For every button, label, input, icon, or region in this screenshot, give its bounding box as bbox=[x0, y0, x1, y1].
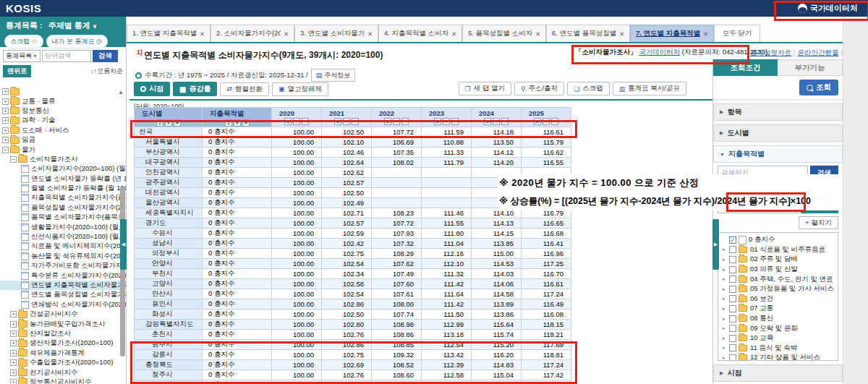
copy-share-button[interactable]: ▥통계표 복사/공유 bbox=[613, 82, 686, 95]
close-icon[interactable]: ✕ bbox=[284, 30, 289, 38]
gov-data-badge[interactable]: 국가데이터처 bbox=[793, 1, 862, 15]
table-row[interactable]: 부천시0 총지수100.00102.34107.49111.32114.0311… bbox=[135, 269, 571, 279]
sort-asc-icon[interactable] bbox=[284, 118, 292, 125]
kosis-logo[interactable]: KOSIS bbox=[6, 2, 41, 14]
sort-asc-icon[interactable] bbox=[484, 118, 491, 125]
category-item[interactable]: ▸04 주택, 수도, 전기 및 연료 bbox=[718, 274, 838, 284]
close-icon[interactable]: ✕ bbox=[535, 30, 540, 38]
table-row[interactable]: 부산광역시0 총지수100.00102.46107.35111.33114.12… bbox=[135, 148, 571, 158]
year-column-header[interactable]: 2024 bbox=[472, 108, 522, 127]
tree-item[interactable]: +정보통신 bbox=[0, 106, 126, 116]
expand-arrow-icon[interactable]: ▸ bbox=[723, 267, 727, 273]
table-row[interactable]: 청주시0 총지수100.00102.76108.60112.58115.0411… bbox=[135, 370, 571, 380]
tree-item[interactable]: 자가주거비포함 소비자물가지수(2 bbox=[0, 261, 126, 270]
table-row[interactable]: 경기도0 총지수100.00102.57107.72111.55114.1311… bbox=[135, 218, 571, 229]
category-item[interactable]: ▸12 기타 상품 및 서비스 bbox=[718, 353, 838, 361]
expand-toggle-icon[interactable]: + bbox=[10, 370, 17, 376]
tree-item[interactable]: +교통 · 물류 bbox=[0, 96, 126, 106]
category-item[interactable]: ▸08 통신 bbox=[718, 314, 838, 324]
expand-arrow-icon[interactable]: ▸ bbox=[723, 296, 727, 302]
collapse-icon[interactable] bbox=[451, 118, 459, 125]
expand-toggle-icon[interactable]: + bbox=[10, 350, 17, 357]
expand-arrow-icon[interactable]: ▸ bbox=[723, 257, 727, 263]
table-row[interactable]: 안산시0 총지수100.00102.54107.61111.64114.5811… bbox=[135, 289, 571, 299]
checkbox[interactable] bbox=[729, 246, 736, 253]
expand-arrow-icon[interactable]: ▸ bbox=[723, 325, 727, 331]
tree-item[interactable]: 지출목적별 소비자물가지수(품목포 bbox=[0, 193, 126, 202]
expand-toggle-icon[interactable]: + bbox=[2, 108, 9, 114]
tree-item[interactable]: +석유제품가격통계 bbox=[0, 349, 126, 358]
tree-item[interactable]: 식료품 및 에너지제외지수(2020=1 bbox=[0, 242, 126, 251]
checkbox[interactable] bbox=[729, 266, 736, 273]
sort-desc-icon[interactable] bbox=[443, 118, 450, 125]
query-button[interactable]: 조회 bbox=[799, 80, 838, 95]
expand-arrow-icon[interactable]: ▸ bbox=[723, 336, 727, 341]
tree-item[interactable]: 신선식품지수(2020=100) (월,분기 bbox=[0, 232, 126, 242]
statistics-tab[interactable]: 4. 지출목적별 소비자물가지수(…✕ bbox=[378, 25, 462, 42]
collapse-icon[interactable] bbox=[352, 118, 359, 125]
search-scope-select[interactable]: 통계목록▼ bbox=[3, 50, 41, 62]
tree-item[interactable]: 특수분류 소비자물가지수(2020=1 bbox=[0, 270, 126, 280]
checkbox[interactable] bbox=[729, 276, 736, 283]
stat-explain-link[interactable]: 통계설명자료 bbox=[750, 48, 791, 56]
collapse-icon[interactable] bbox=[302, 118, 309, 125]
unfreeze-columns-button[interactable]: ▣열고정해제 bbox=[272, 82, 328, 96]
sort-asc-icon[interactable] bbox=[334, 118, 341, 125]
accordion-purpose[interactable]: ▼지출목적별 bbox=[713, 145, 843, 163]
sidebar-collapse-handle[interactable]: ◀ bbox=[120, 219, 127, 270]
accordion-time[interactable]: ▶시점 bbox=[713, 364, 843, 382]
statistics-tab[interactable]: 7. 연도별 지출목적별 소비자물…✕ bbox=[630, 25, 714, 42]
statistics-tab[interactable]: 1. 연도별 지출목적별 소비자물…✕ bbox=[127, 25, 210, 42]
table-row[interactable]: 화성시0 총지수100.00102.50107.74111.50113.8611… bbox=[135, 310, 571, 320]
category-item[interactable]: ▸06 보건 bbox=[718, 294, 838, 304]
tree-item[interactable]: −소비자물가조사 bbox=[0, 155, 126, 164]
sort-desc-icon[interactable] bbox=[542, 118, 550, 125]
category-item[interactable]: ▸01 식료품 및 비주류음료 bbox=[718, 245, 838, 255]
checkbox[interactable]: ✓ bbox=[729, 236, 736, 244]
ascending-sort-button[interactable]: ↓↑오름차순 bbox=[90, 67, 123, 76]
category-item[interactable]: ▸02 주류 및 담배 bbox=[718, 255, 838, 265]
time-period-button[interactable]: 시점 bbox=[134, 82, 170, 96]
statistics-tab[interactable]: 3. 연도별 소비자물가 등락률✕ bbox=[294, 25, 378, 42]
category-item[interactable]: ▸09 오락 및 문화 bbox=[718, 323, 838, 333]
category-item[interactable]: ✓0 총지수 bbox=[718, 235, 838, 245]
scrap-button[interactable]: 스크랩 ☆ bbox=[4, 35, 43, 48]
category-item[interactable]: ▸11 음식 및 숙박 bbox=[718, 344, 838, 354]
sort-asc-icon[interactable] bbox=[384, 118, 391, 125]
expand-arrow-icon[interactable]: ▸ bbox=[723, 345, 727, 351]
sort-desc-icon[interactable] bbox=[165, 119, 172, 127]
scroll-top-button[interactable]: 맨위로 bbox=[3, 65, 31, 77]
accordion-items[interactable]: ▶항목 bbox=[713, 103, 843, 121]
tree-item[interactable]: 품목성질별 소비자물가지수(2020= bbox=[0, 203, 126, 213]
tab-extra-functions[interactable]: 부가기능 bbox=[778, 59, 843, 76]
checkbox[interactable] bbox=[729, 354, 736, 361]
year-column-header[interactable]: 2025 bbox=[522, 108, 571, 127]
tree-item[interactable]: 품목별 소비자물가지수(품목성질별 bbox=[0, 213, 126, 222]
close-icon[interactable]: ✕ bbox=[200, 30, 205, 38]
sort-desc-icon[interactable] bbox=[234, 119, 241, 127]
city-column-header[interactable]: 도시별 bbox=[135, 108, 203, 127]
expand-arrow-icon[interactable]: ▸ bbox=[723, 286, 727, 292]
year-column-header[interactable]: 2023 bbox=[422, 108, 472, 127]
sort-desc-icon[interactable] bbox=[293, 118, 300, 125]
sidebar-search-button[interactable]: 검색 bbox=[93, 50, 118, 62]
expand-toggle-icon[interactable]: − bbox=[10, 156, 17, 163]
table-row[interactable]: 원주시0 총지수100.00102.86108.85112.54115.2011… bbox=[135, 340, 571, 350]
expand-toggle-icon[interactable]: + bbox=[2, 98, 9, 105]
scrap-button[interactable]: ❏스크랩 bbox=[567, 82, 610, 95]
table-row[interactable]: 용인시0 총지수100.00102.86108.00111.42113.8911… bbox=[135, 299, 571, 310]
checkbox[interactable] bbox=[729, 344, 736, 351]
new-tab-button[interactable]: ❐새 탭 열기 bbox=[459, 82, 511, 95]
sort-asc-icon[interactable] bbox=[156, 119, 163, 127]
tree-item[interactable]: 연쇄방식 소비자물가지수(2020=1 bbox=[0, 300, 126, 310]
checkbox[interactable] bbox=[729, 315, 736, 323]
sort-desc-icon[interactable] bbox=[493, 118, 500, 125]
expand-toggle-icon[interactable]: + bbox=[2, 137, 9, 143]
close-all-tabs-button[interactable]: 모두 닫기 bbox=[714, 25, 760, 42]
expand-toggle-icon[interactable]: + bbox=[2, 117, 9, 124]
sidebar-scrollbar[interactable] bbox=[120, 187, 125, 357]
checkbox[interactable] bbox=[729, 325, 736, 332]
close-icon[interactable]: ✕ bbox=[451, 30, 456, 38]
category-item[interactable]: ▸10 교육 bbox=[718, 333, 838, 344]
collapse-icon[interactable] bbox=[401, 118, 409, 125]
